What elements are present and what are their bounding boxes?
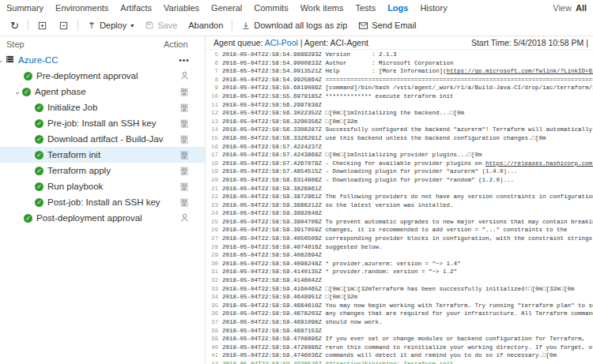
view-logs-icon[interactable] [164, 87, 205, 97]
refresh-button[interactable]: ↻ [5, 18, 25, 33]
log-timestamp: 2018-05-04T22:58:59.4728986Z [222, 343, 326, 352]
log-timestamp: 2018-05-04T22:58:57.4854515Z [222, 167, 326, 176]
log-line-number: 20 [206, 176, 218, 185]
log-line-number: 12 [206, 109, 218, 118]
step-row-initialize-job[interactable]: ✓Initialize Job [0, 99, 205, 115]
view-value[interactable]: All [576, 3, 587, 13]
step-row-terraform-init[interactable]: ✓Terraform init [0, 147, 205, 163]
download-logs-button[interactable]: Download all logs as zip [236, 18, 353, 33]
step-label[interactable]: Azure-CC [18, 55, 58, 65]
step-label-wrap: ⌄Azure-CC [0, 54, 164, 66]
log-timestamp: 2018-05-04T22:58:54.9900833Z [222, 59, 326, 68]
step-label-wrap: ✓Post-job: Install an SSH key [0, 197, 164, 207]
agent-name: | Agent: ACI-Agent [298, 38, 368, 47]
toolbar-separator [77, 20, 78, 31]
abandon-button[interactable]: Abandon [183, 18, 229, 32]
view-logs-icon[interactable] [164, 118, 205, 129]
save-label: Save [157, 21, 177, 30]
view-logs-icon[interactable] [164, 166, 205, 176]
view-logs-icon[interactable] [164, 103, 205, 113]
send-email-button[interactable]: Send Email [353, 18, 421, 32]
log-link[interactable]: https://releases.hashicorp.com... [485, 160, 593, 167]
log-timestamp: 2018-05-04T22:58:59.4920526Z [222, 360, 326, 364]
log-timestamp: 2018-05-04T22:58:59.3886212Z [222, 201, 326, 210]
success-icon: ✓ [35, 198, 43, 207]
log-line: 122018-05-04T22:58:56.3022352Z □[0m□[1mI… [206, 109, 593, 118]
step-row-post-deployment-approval[interactable]: ✓Post-deployment approval [0, 210, 205, 226]
success-icon: ✓ [35, 151, 43, 159]
log-text: - Downloading plugin for provider "rando… [326, 176, 515, 185]
tab-commits[interactable]: Commits [254, 3, 288, 13]
deploy-button[interactable]: Deploy ▾ [81, 18, 139, 33]
log-line-number: 11 [206, 101, 218, 110]
log-text: use this backend unless the backend conf… [326, 134, 546, 143]
log-line-number: 8 [206, 76, 218, 84]
log-text: any changes that are required for your i… [326, 310, 593, 318]
log-timestamp: 2018-05-04T22:58:59.4664610Z [222, 302, 326, 310]
log-timestamp: 2018-05-04T22:58:59.4074016Z [222, 243, 326, 252]
save-icon [145, 21, 154, 30]
main-area: Step Action ⌄Azure-CC•••✓Pre-deployment … [0, 36, 593, 364]
log-line-number: 19 [206, 167, 218, 176]
collapse-all-button[interactable] [53, 18, 74, 33]
more-actions-button[interactable]: ••• [164, 56, 205, 65]
log-text: Author : Microsoft Corporation [326, 59, 454, 68]
view-logs-icon[interactable] [164, 150, 205, 160]
tab-artifacts[interactable]: Artifacts [120, 3, 152, 13]
tab-environments[interactable]: Environments [55, 3, 108, 13]
log-text: ##[section]Finishing: Terraform init [326, 360, 454, 364]
log-timestamp: 2018-05-04T22:58:59.3917059Z [222, 226, 326, 235]
log-link[interactable]: https://go.microsoft.com/fwlink/?LinkID=… [447, 68, 593, 74]
save-button[interactable]: Save [139, 18, 183, 32]
toolbar-separator [28, 20, 28, 31]
log-line-number: 42 [206, 360, 218, 364]
view-logs-icon[interactable] [164, 134, 205, 144]
approval-action-icon[interactable] [164, 212, 205, 223]
log-line: 252018-05-04T22:58:59.3904706Z To preven… [206, 218, 593, 227]
log-text: ========================================… [326, 76, 593, 84]
steps-header: Step Action [0, 36, 205, 52]
log-line-number: 10 [206, 92, 218, 101]
success-icon: ✓ [35, 103, 43, 112]
log-line: 212018-05-04T22:58:59.3826861Z [206, 185, 593, 193]
log-line: 72018-05-04T22:58:54.9913521Z Help : [Mo… [206, 67, 593, 76]
view-filter[interactable]: View All [553, 3, 587, 13]
log-timestamp: 2018-05-04T22:58:55.6819086Z [222, 84, 326, 92]
step-row-pre-job-install-an-ssh-key[interactable]: ✓Pre-job: Install an SSH key [0, 115, 205, 131]
agent-queue-link[interactable]: ACI-Pool [265, 38, 298, 47]
tab-work-items[interactable]: Work items [300, 3, 344, 13]
step-row-run-playbook[interactable]: ✓Run playbook [0, 178, 205, 194]
view-logs-icon[interactable] [164, 182, 205, 192]
log-text: changes, it is recommended to add versio… [326, 226, 568, 235]
step-row-agent-phase[interactable]: ⌄✓Agent phase [0, 84, 205, 99]
log-timestamp: 2018-05-04T22:58:59.3904706Z [222, 218, 326, 227]
log-line-number: 15 [206, 134, 218, 143]
log-line: 382018-05-04T22:58:59.4697153Z [206, 327, 593, 336]
tab-tests[interactable]: Tests [355, 3, 376, 13]
log-line: 262018-05-04T22:58:59.3917059Z changes, … [206, 226, 593, 235]
success-icon: ✓ [35, 167, 43, 175]
tab-logs[interactable]: Logs [387, 3, 408, 13]
deploy-label: Deploy [100, 21, 127, 30]
step-row-post-job-install-an-ssh-key[interactable]: ✓Post-job: Install an SSH key [0, 194, 205, 210]
expand-all-button[interactable] [32, 18, 53, 33]
step-row-azure-cc[interactable]: ⌄Azure-CC••• [0, 52, 205, 68]
tab-summary[interactable]: Summary [6, 3, 43, 13]
chevron-down-icon[interactable]: ⌄ [13, 88, 22, 96]
log-line-number: 32 [206, 276, 218, 285]
log-timestamp: 2018-05-04T22:58:56.3290356Z [222, 118, 326, 126]
step-row-download-artifact-build-java-ci[interactable]: ✓Download artifact - Build-Java-CI [0, 131, 205, 147]
step-label: Post-job: Install an SSH key [47, 197, 161, 207]
step-row-terraform-apply[interactable]: ✓Terraform apply [0, 163, 205, 178]
log-text: suggested below. [326, 243, 383, 252]
step-row-pre-deployment-approval[interactable]: ✓Pre-deployment approval [0, 68, 205, 84]
log-text: * provider.azurerm: version = "~> 1.4" [326, 260, 461, 268]
log-text: □[0m□[32m [326, 118, 358, 126]
tab-general[interactable]: General [211, 3, 242, 13]
log-line: 392018-05-04T22:58:59.4708896Z If you ev… [206, 335, 593, 343]
view-logs-icon[interactable] [164, 197, 205, 208]
approval-action-icon[interactable] [164, 70, 205, 81]
tab-variables[interactable]: Variables [164, 3, 199, 13]
tab-history[interactable]: History [420, 3, 447, 13]
log-timestamp: 2018-05-04T22:58:59.4146042Z [222, 276, 326, 285]
